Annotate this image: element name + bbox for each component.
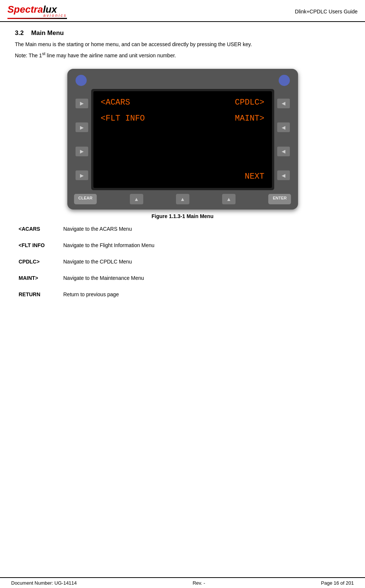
logo: Spectralux avionics	[7, 4, 67, 19]
def-term-maint: MAINT>	[19, 275, 63, 281]
screen-cpdlc-label: CPDLC>	[235, 98, 264, 107]
def-term-cpdlc: CPDLC>	[19, 259, 63, 265]
logo-avionics: avionics	[7, 13, 67, 17]
right-button-column: ◀ ◀ ◀ ◀	[274, 89, 293, 190]
def-item-cpdlc: CPDLC> Navigate to the CPDLC Menu	[19, 259, 350, 265]
left-button-column: ▶ ▶ ▶ ▶	[73, 89, 91, 190]
page-footer: Document Number: UG-14114 Rev. - Page 16…	[0, 577, 365, 588]
section-title: Main Menu	[31, 29, 64, 36]
def-desc-fltinfo: Navigate to the Flight Information Menu	[63, 242, 154, 248]
def-item-return: RETURN Return to previous page	[19, 291, 350, 297]
figure-caption: Figure 1.1.3-1 Main Menu	[151, 213, 213, 219]
clear-button[interactable]: CLEAR	[74, 194, 97, 204]
def-term-return: RETURN	[19, 291, 63, 297]
definition-list: <ACARS Navigate to the ACARS Menu <FLT I…	[15, 226, 350, 297]
right-btn-1[interactable]: ◀	[277, 99, 290, 108]
def-desc-maint: Navigate to the Maintenance Menu	[63, 275, 144, 281]
top-left-button[interactable]	[76, 75, 87, 86]
footer-page: Page 16 of 201	[321, 580, 354, 586]
screen-content-bottom: NEXT	[101, 172, 265, 181]
screen-fltinfo-label: <FLT INFO	[101, 114, 145, 123]
document-title: Dlink+CPDLC Users Guide	[295, 9, 358, 15]
screen-row-2: <FLT INFO MAINT>	[101, 114, 265, 123]
device-screen: <ACARS CPDLC> <FLT INFO MAINT> NEXT	[93, 91, 272, 188]
right-btn-4[interactable]: ◀	[277, 170, 290, 180]
def-desc-cpdlc: Navigate to the CPDLC Menu	[63, 259, 132, 265]
left-btn-2[interactable]: ▶	[76, 122, 88, 132]
def-term-fltinfo: <FLT INFO	[19, 242, 63, 248]
def-desc-return: Return to previous page	[63, 291, 119, 297]
left-btn-4[interactable]: ▶	[76, 170, 88, 180]
def-item-maint: MAINT> Navigate to the Maintenance Menu	[19, 275, 350, 281]
intro-paragraph-1: The Main menu is the starting or home me…	[15, 41, 350, 48]
bottom-arrow-2[interactable]: ▲	[176, 194, 189, 204]
logo-line	[7, 18, 67, 19]
device-inner: ▶ ▶ ▶ ▶ <ACARS CPDLC> <FL	[73, 89, 293, 190]
screen-maint-label: MAINT>	[235, 114, 264, 123]
footer-doc-number: Document Number: UG-14114	[11, 580, 77, 586]
device-image: ▶ ▶ ▶ ▶ <ACARS CPDLC> <FL	[67, 69, 298, 210]
bottom-button-row: CLEAR ▲ ▲ ▲ ENTER	[73, 194, 293, 204]
def-item-acars: <ACARS Navigate to the ACARS Menu	[19, 226, 350, 232]
right-btn-3[interactable]: ◀	[277, 147, 290, 156]
screen-acars-label: <ACARS	[101, 98, 130, 107]
screen-next-label: NEXT	[245, 172, 265, 181]
right-btn-2[interactable]: ◀	[277, 122, 290, 132]
intro-paragraph-2: Note: The 1st line may have the airline …	[15, 50, 350, 60]
section-heading: 3.2Main Menu	[15, 29, 350, 37]
left-btn-3[interactable]: ▶	[76, 147, 88, 156]
def-desc-acars: Navigate to the ACARS Menu	[63, 226, 132, 232]
screen-content-top: <ACARS CPDLC> <FLT INFO MAINT>	[101, 98, 265, 123]
main-content: 3.2Main Menu The Main menu is the starti…	[0, 22, 365, 315]
left-btn-1[interactable]: ▶	[76, 99, 88, 108]
screen-wrapper: <ACARS CPDLC> <FLT INFO MAINT> NEXT	[91, 89, 274, 190]
screen-row-1: <ACARS CPDLC>	[101, 98, 265, 107]
def-item-fltinfo: <FLT INFO Navigate to the Flight Informa…	[19, 242, 350, 248]
top-right-button[interactable]	[279, 75, 290, 86]
figure-container: ▶ ▶ ▶ ▶ <ACARS CPDLC> <FL	[67, 69, 298, 219]
section-number: 3.2	[15, 29, 24, 36]
def-term-acars: <ACARS	[19, 226, 63, 232]
footer-rev: Rev. -	[193, 580, 205, 586]
enter-button[interactable]: ENTER	[268, 194, 291, 204]
page-header: Spectralux avionics Dlink+CPDLC Users Gu…	[0, 0, 365, 22]
bottom-arrow-1[interactable]: ▲	[130, 194, 143, 204]
bottom-arrow-3[interactable]: ▲	[222, 194, 236, 204]
